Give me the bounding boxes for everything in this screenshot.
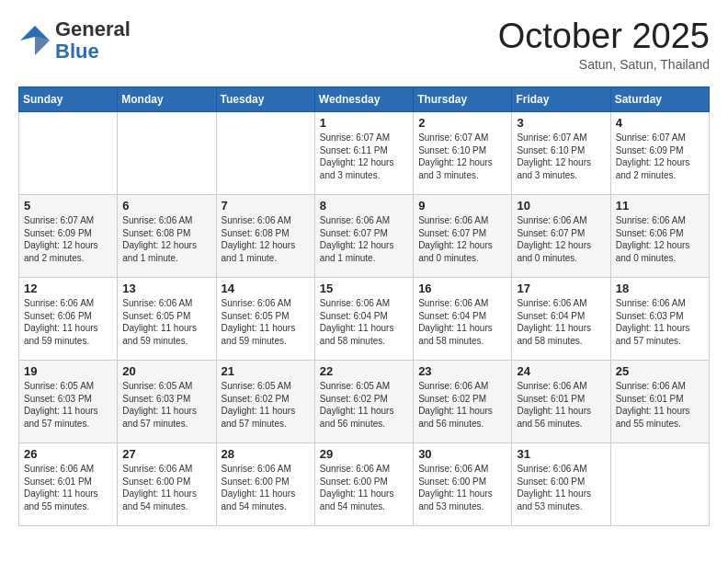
calendar-cell: 28Sunrise: 6:06 AM Sunset: 6:00 PM Dayli… xyxy=(216,443,314,526)
calendar-cell: 23Sunrise: 6:06 AM Sunset: 6:02 PM Dayli… xyxy=(414,361,512,443)
day-info: Sunrise: 6:06 AM Sunset: 6:04 PM Dayligh… xyxy=(517,297,605,347)
logo: General Blue xyxy=(18,18,131,63)
day-number: 17 xyxy=(517,282,605,295)
weekday-header-row: SundayMondayTuesdayWednesdayThursdayFrid… xyxy=(19,87,710,112)
day-number: 18 xyxy=(616,282,704,295)
day-number: 22 xyxy=(320,364,408,378)
calendar-cell xyxy=(118,112,216,195)
day-number: 26 xyxy=(24,447,112,461)
day-number: 25 xyxy=(616,364,704,378)
day-info: Sunrise: 6:06 AM Sunset: 6:08 PM Dayligh… xyxy=(222,214,310,264)
day-number: 19 xyxy=(24,364,112,378)
calendar-week-5: 26Sunrise: 6:06 AM Sunset: 6:01 PM Dayli… xyxy=(19,443,710,526)
calendar-cell: 14Sunrise: 6:06 AM Sunset: 6:05 PM Dayli… xyxy=(216,278,314,361)
calendar-cell: 1Sunrise: 6:07 AM Sunset: 6:11 PM Daylig… xyxy=(314,112,413,195)
day-info: Sunrise: 6:06 AM Sunset: 6:01 PM Dayligh… xyxy=(517,380,605,430)
calendar-cell: 8Sunrise: 6:06 AM Sunset: 6:07 PM Daylig… xyxy=(314,195,413,278)
day-info: Sunrise: 6:06 AM Sunset: 6:00 PM Dayligh… xyxy=(320,463,408,512)
day-info: Sunrise: 6:06 AM Sunset: 6:01 PM Dayligh… xyxy=(24,463,112,512)
day-number: 28 xyxy=(222,447,310,461)
day-info: Sunrise: 6:07 AM Sunset: 6:10 PM Dayligh… xyxy=(418,132,506,181)
day-info: Sunrise: 6:06 AM Sunset: 6:06 PM Dayligh… xyxy=(616,214,704,264)
calendar-cell: 16Sunrise: 6:06 AM Sunset: 6:04 PM Dayli… xyxy=(414,278,512,361)
day-info: Sunrise: 6:06 AM Sunset: 6:08 PM Dayligh… xyxy=(122,214,210,264)
day-info: Sunrise: 6:06 AM Sunset: 6:06 PM Dayligh… xyxy=(24,297,112,347)
day-number: 15 xyxy=(320,282,408,295)
day-info: Sunrise: 6:06 AM Sunset: 6:05 PM Dayligh… xyxy=(222,297,310,347)
day-number: 12 xyxy=(24,282,112,295)
weekday-header-friday: Friday xyxy=(512,87,610,112)
day-info: Sunrise: 6:05 AM Sunset: 6:03 PM Dayligh… xyxy=(122,380,210,430)
day-info: Sunrise: 6:05 AM Sunset: 6:02 PM Dayligh… xyxy=(222,380,310,430)
day-number: 24 xyxy=(517,364,605,378)
calendar-cell: 3Sunrise: 6:07 AM Sunset: 6:10 PM Daylig… xyxy=(512,112,610,195)
day-number: 27 xyxy=(122,447,210,461)
day-number: 3 xyxy=(517,116,605,130)
calendar-cell: 6Sunrise: 6:06 AM Sunset: 6:08 PM Daylig… xyxy=(118,195,216,278)
day-number: 23 xyxy=(418,364,506,378)
calendar-cell: 20Sunrise: 6:05 AM Sunset: 6:03 PM Dayli… xyxy=(118,361,216,443)
day-info: Sunrise: 6:05 AM Sunset: 6:02 PM Dayligh… xyxy=(320,380,408,430)
logo-icon xyxy=(18,24,51,57)
calendar-cell: 11Sunrise: 6:06 AM Sunset: 6:06 PM Dayli… xyxy=(610,195,709,278)
calendar-week-4: 19Sunrise: 6:05 AM Sunset: 6:03 PM Dayli… xyxy=(19,361,710,443)
weekday-header-saturday: Saturday xyxy=(610,87,709,112)
day-number: 11 xyxy=(616,199,704,213)
calendar-cell xyxy=(19,112,118,195)
day-number: 2 xyxy=(418,116,506,130)
day-info: Sunrise: 6:06 AM Sunset: 6:00 PM Dayligh… xyxy=(122,463,210,512)
calendar-cell: 25Sunrise: 6:06 AM Sunset: 6:01 PM Dayli… xyxy=(610,361,709,443)
calendar-cell: 27Sunrise: 6:06 AM Sunset: 6:00 PM Dayli… xyxy=(118,443,216,526)
page-header: General Blue October 2025 Satun, Satun, … xyxy=(18,18,710,72)
day-info: Sunrise: 6:07 AM Sunset: 6:11 PM Dayligh… xyxy=(320,132,408,181)
weekday-header-sunday: Sunday xyxy=(19,87,118,112)
day-info: Sunrise: 6:06 AM Sunset: 6:00 PM Dayligh… xyxy=(222,463,310,512)
day-number: 30 xyxy=(418,447,506,461)
calendar-cell: 30Sunrise: 6:06 AM Sunset: 6:00 PM Dayli… xyxy=(414,443,512,526)
day-info: Sunrise: 6:06 AM Sunset: 6:00 PM Dayligh… xyxy=(517,463,605,512)
day-info: Sunrise: 6:06 AM Sunset: 6:01 PM Dayligh… xyxy=(616,380,704,430)
day-info: Sunrise: 6:06 AM Sunset: 6:05 PM Dayligh… xyxy=(122,297,210,347)
calendar-cell: 15Sunrise: 6:06 AM Sunset: 6:04 PM Dayli… xyxy=(314,278,413,361)
calendar-cell: 18Sunrise: 6:06 AM Sunset: 6:03 PM Dayli… xyxy=(610,278,709,361)
calendar-cell: 9Sunrise: 6:06 AM Sunset: 6:07 PM Daylig… xyxy=(414,195,512,278)
month-title: October 2025 xyxy=(498,18,710,53)
day-number: 9 xyxy=(418,199,506,213)
calendar-week-1: 1Sunrise: 6:07 AM Sunset: 6:11 PM Daylig… xyxy=(19,112,710,195)
weekday-header-tuesday: Tuesday xyxy=(216,87,314,112)
calendar-cell: 21Sunrise: 6:05 AM Sunset: 6:02 PM Dayli… xyxy=(216,361,314,443)
day-number: 21 xyxy=(222,364,310,378)
day-info: Sunrise: 6:06 AM Sunset: 6:04 PM Dayligh… xyxy=(320,297,408,347)
calendar-table: SundayMondayTuesdayWednesdayThursdayFrid… xyxy=(18,86,710,526)
weekday-header-monday: Monday xyxy=(118,87,216,112)
day-number: 16 xyxy=(418,282,506,295)
day-info: Sunrise: 6:07 AM Sunset: 6:09 PM Dayligh… xyxy=(616,132,704,181)
calendar-week-3: 12Sunrise: 6:06 AM Sunset: 6:06 PM Dayli… xyxy=(19,278,710,361)
calendar-cell: 29Sunrise: 6:06 AM Sunset: 6:00 PM Dayli… xyxy=(314,443,413,526)
day-number: 5 xyxy=(24,199,112,213)
day-info: Sunrise: 6:06 AM Sunset: 6:04 PM Dayligh… xyxy=(418,297,506,347)
day-info: Sunrise: 6:06 AM Sunset: 6:07 PM Dayligh… xyxy=(517,214,605,264)
calendar-cell: 31Sunrise: 6:06 AM Sunset: 6:00 PM Dayli… xyxy=(512,443,610,526)
calendar-cell: 2Sunrise: 6:07 AM Sunset: 6:10 PM Daylig… xyxy=(414,112,512,195)
calendar-body: 1Sunrise: 6:07 AM Sunset: 6:11 PM Daylig… xyxy=(19,112,710,526)
calendar-cell: 26Sunrise: 6:06 AM Sunset: 6:01 PM Dayli… xyxy=(19,443,118,526)
day-info: Sunrise: 6:06 AM Sunset: 6:07 PM Dayligh… xyxy=(418,214,506,264)
day-info: Sunrise: 6:07 AM Sunset: 6:09 PM Dayligh… xyxy=(24,214,112,264)
location-subtitle: Satun, Satun, Thailand xyxy=(498,57,710,72)
calendar-cell: 7Sunrise: 6:06 AM Sunset: 6:08 PM Daylig… xyxy=(216,195,314,278)
calendar-week-2: 5Sunrise: 6:07 AM Sunset: 6:09 PM Daylig… xyxy=(19,195,710,278)
day-info: Sunrise: 6:06 AM Sunset: 6:00 PM Dayligh… xyxy=(418,463,506,512)
day-number: 1 xyxy=(320,116,408,130)
day-info: Sunrise: 6:06 AM Sunset: 6:07 PM Dayligh… xyxy=(320,214,408,264)
day-number: 14 xyxy=(222,282,310,295)
calendar-cell xyxy=(216,112,314,195)
calendar-cell: 17Sunrise: 6:06 AM Sunset: 6:04 PM Dayli… xyxy=(512,278,610,361)
day-number: 13 xyxy=(122,282,210,295)
day-info: Sunrise: 6:07 AM Sunset: 6:10 PM Dayligh… xyxy=(517,132,605,181)
day-number: 10 xyxy=(517,199,605,213)
calendar-cell: 5Sunrise: 6:07 AM Sunset: 6:09 PM Daylig… xyxy=(19,195,118,278)
day-number: 29 xyxy=(320,447,408,461)
day-info: Sunrise: 6:06 AM Sunset: 6:03 PM Dayligh… xyxy=(616,297,704,347)
day-number: 31 xyxy=(517,447,605,461)
